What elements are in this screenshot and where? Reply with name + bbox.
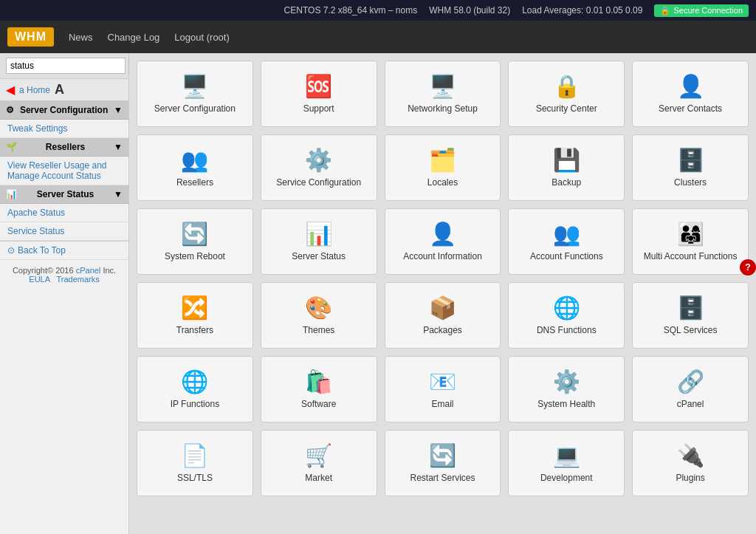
ip-functions-label: IP Functions bbox=[171, 399, 219, 411]
service-configuration-label: Service Configuration bbox=[276, 177, 361, 189]
account-functions-icon: 👥 bbox=[553, 223, 580, 245]
home-link[interactable]: a Home bbox=[19, 85, 50, 95]
red-arrow-icon: ◀ bbox=[6, 83, 15, 97]
tile-server-contacts[interactable]: 👤Server Contacts bbox=[632, 61, 749, 127]
ssl-tls-label: SSL/TLS bbox=[177, 473, 213, 485]
secure-connection: 🔒 Secure Connection bbox=[654, 4, 749, 17]
networking-setup-icon: 🖥️ bbox=[429, 75, 456, 97]
sidebar-item-view-reseller[interactable]: View Reseller Usage and Manage Account S… bbox=[0, 157, 128, 185]
market-label: Market bbox=[305, 473, 332, 485]
security-center-icon: 🔒 bbox=[553, 75, 580, 97]
tile-support[interactable]: 🆘Support bbox=[261, 61, 377, 127]
market-icon: 🛒 bbox=[305, 445, 332, 467]
sidebar-section-server-status[interactable]: 📊 Server Status ▼ bbox=[0, 185, 128, 204]
back-to-top-icon: ⊙ bbox=[7, 245, 15, 256]
main-content: 🖥️Server Configuration🆘Support🖥️Networki… bbox=[129, 53, 756, 534]
system-reboot-label: System Reboot bbox=[165, 251, 225, 263]
tile-account-functions[interactable]: 👥Account Functions bbox=[508, 208, 625, 275]
search-bar: ▲ ▼ bbox=[0, 53, 128, 79]
multi-account-functions-icon: 👨‍👩‍👧 bbox=[677, 223, 704, 245]
topbar: CENTOS 7.2 x86_64 kvm – noms WHM 58.0 (b… bbox=[0, 0, 756, 21]
resellers-label: Resellers bbox=[176, 177, 213, 189]
nav-changelog[interactable]: Change Log bbox=[108, 32, 160, 43]
tile-plugins[interactable]: 🔌Plugins bbox=[632, 430, 749, 496]
server-config-icon: ⚙ bbox=[6, 105, 14, 115]
whm-info: WHM 58.0 (build 32) bbox=[429, 5, 510, 16]
account-functions-label: Account Functions bbox=[530, 251, 603, 263]
server-contacts-icon: 👤 bbox=[677, 75, 704, 97]
tile-dns-functions[interactable]: 🌐DNS Functions bbox=[508, 282, 625, 349]
tile-transfers[interactable]: 🔀Transfers bbox=[137, 282, 253, 349]
trademarks-link[interactable]: Trademarks bbox=[56, 275, 99, 284]
tile-email[interactable]: 📧Email bbox=[385, 356, 501, 422]
tile-cpanel[interactable]: 🔗cPanel bbox=[632, 356, 749, 422]
server-configuration-label: Server Configuration bbox=[154, 103, 236, 115]
tile-ssl-tls[interactable]: 📄SSL/TLS bbox=[137, 430, 253, 496]
whm-logo: WHM bbox=[7, 27, 54, 47]
search-input[interactable] bbox=[6, 58, 126, 74]
cpanel-link[interactable]: cPanel bbox=[76, 266, 101, 275]
packages-icon: 📦 bbox=[429, 297, 456, 319]
help-button[interactable]: ? bbox=[740, 259, 756, 275]
lock-icon: 🔒 bbox=[660, 6, 670, 16]
tile-server-configuration[interactable]: 🖥️Server Configuration bbox=[137, 61, 253, 127]
load-averages: Load Averages: 0.01 0.05 0.09 bbox=[522, 5, 642, 16]
clusters-label: Clusters bbox=[674, 177, 707, 189]
tile-multi-account-functions[interactable]: 👨‍👩‍👧Multi Account Functions bbox=[632, 208, 749, 275]
themes-label: Themes bbox=[303, 325, 334, 337]
transfers-icon: 🔀 bbox=[181, 297, 208, 319]
back-to-top[interactable]: ⊙ Back To Top bbox=[0, 242, 128, 260]
sidebar-section-server-config[interactable]: ⚙ Server Configuration ▼ bbox=[0, 101, 128, 120]
chevron-down-icon-3: ▼ bbox=[114, 189, 123, 199]
tile-service-configuration[interactable]: ⚙️Service Configuration bbox=[261, 134, 377, 201]
tile-ip-functions[interactable]: 🌐IP Functions bbox=[137, 356, 253, 422]
sidebar-section-resellers[interactable]: 🌱 Resellers ▼ bbox=[0, 138, 128, 157]
themes-icon: 🎨 bbox=[305, 297, 332, 319]
email-icon: 📧 bbox=[429, 371, 456, 393]
navbar: WHM News Change Log Logout (root) bbox=[0, 21, 756, 53]
server-status-icon: 📊 bbox=[305, 223, 332, 245]
system-reboot-icon: 🔄 bbox=[181, 223, 208, 245]
development-icon: 💻 bbox=[553, 445, 580, 467]
sidebar-item-service-status[interactable]: Service Status bbox=[0, 222, 128, 241]
development-label: Development bbox=[540, 473, 593, 485]
clusters-icon: 🗄️ bbox=[677, 149, 704, 171]
tile-account-information[interactable]: 👤Account Information bbox=[385, 208, 501, 275]
dns-functions-icon: 🌐 bbox=[553, 297, 580, 319]
tile-system-reboot[interactable]: 🔄System Reboot bbox=[137, 208, 253, 275]
server-status-label: Server Status bbox=[292, 251, 346, 263]
tile-packages[interactable]: 📦Packages bbox=[385, 282, 501, 349]
nav-logout[interactable]: Logout (root) bbox=[174, 32, 229, 43]
tile-software[interactable]: 🛍️Software bbox=[261, 356, 377, 422]
sidebar-item-tweak-settings[interactable]: Tweak Settings bbox=[0, 120, 128, 138]
transfers-label: Transfers bbox=[176, 325, 213, 337]
tile-networking-setup[interactable]: 🖥️Networking Setup bbox=[385, 61, 501, 127]
packages-label: Packages bbox=[423, 325, 462, 337]
tiles-grid: 🖥️Server Configuration🆘Support🖥️Networki… bbox=[137, 61, 749, 496]
tile-system-health[interactable]: ⚙️System Health bbox=[508, 356, 625, 422]
tile-backup[interactable]: 💾Backup bbox=[508, 134, 625, 201]
tile-themes[interactable]: 🎨Themes bbox=[261, 282, 377, 349]
tile-locales[interactable]: 🗂️Locales bbox=[385, 134, 501, 201]
resellers-label: Resellers bbox=[46, 142, 85, 152]
sidebar-item-apache-status[interactable]: Apache Status bbox=[0, 204, 128, 222]
nav-news[interactable]: News bbox=[69, 32, 93, 43]
sql-services-icon: 🗄️ bbox=[677, 297, 704, 319]
backup-icon: 💾 bbox=[553, 149, 580, 171]
server-status-icon: 📊 bbox=[6, 189, 17, 199]
tile-server-status[interactable]: 📊Server Status bbox=[261, 208, 377, 275]
tile-market[interactable]: 🛒Market bbox=[261, 430, 377, 496]
tile-sql-services[interactable]: 🗄️SQL Services bbox=[632, 282, 749, 349]
email-label: Email bbox=[431, 399, 453, 411]
tile-development[interactable]: 💻Development bbox=[508, 430, 625, 496]
system-health-label: System Health bbox=[537, 399, 595, 411]
tile-restart-services[interactable]: 🔄Restart Services bbox=[385, 430, 501, 496]
cpanel-icon: 🔗 bbox=[677, 371, 704, 393]
multi-account-functions-label: Multi Account Functions bbox=[644, 251, 738, 263]
tile-resellers[interactable]: 👥Resellers bbox=[137, 134, 253, 201]
eula-link[interactable]: EULA bbox=[29, 275, 49, 284]
backup-label: Backup bbox=[551, 177, 581, 189]
tile-clusters[interactable]: 🗄️Clusters bbox=[632, 134, 749, 201]
system-health-icon: ⚙️ bbox=[553, 371, 580, 393]
tile-security-center[interactable]: 🔒Security Center bbox=[508, 61, 625, 127]
